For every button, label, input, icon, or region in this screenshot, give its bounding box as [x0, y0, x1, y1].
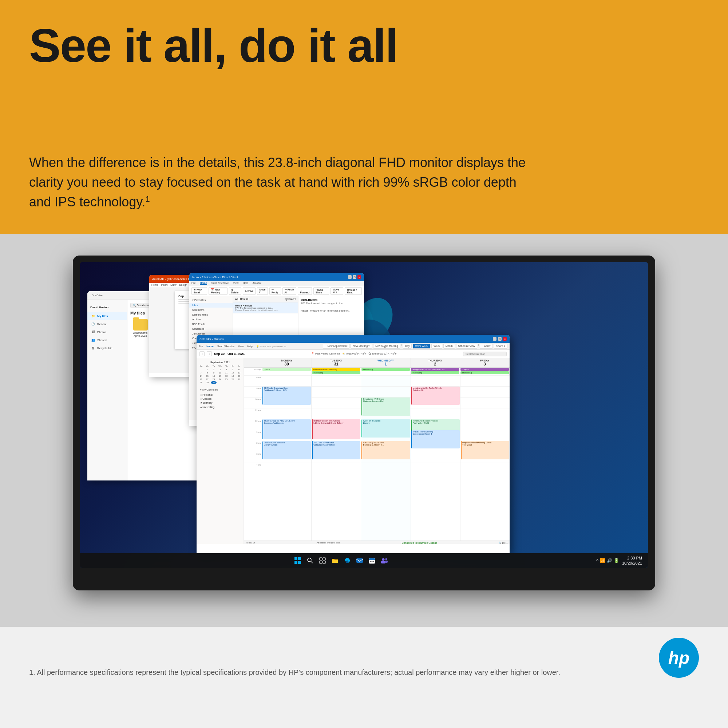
- teams-button[interactable]: [379, 555, 390, 566]
- calendar-button[interactable]: [367, 555, 378, 566]
- outlook-maximize[interactable]: □: [353, 275, 356, 279]
- outlook-close[interactable]: ×: [358, 275, 361, 279]
- cal-thu-header: THURSDAY 2: [411, 358, 460, 367]
- od-file-attachments[interactable]: AttachmentsApr 8, 2018: [130, 319, 150, 338]
- allday-event-interesting-1[interactable]: Interesting: [312, 371, 360, 374]
- event-birthday-lunch[interactable]: Birthday Lunch with AmeliaLibby's Deligh…: [312, 419, 360, 439]
- move-button[interactable]: Move ▾: [257, 287, 268, 295]
- event-3d-model[interactable]: 3D Model Drawings DueBuilding AC, Room 3…: [262, 387, 311, 405]
- event-peer-review[interactable]: Peer Review SessionLibrary Atrium: [262, 441, 311, 459]
- wifi-icon[interactable]: 📶: [600, 558, 605, 563]
- schedule-btn[interactable]: Schedule View: [456, 344, 477, 349]
- allday-mon: Thinps: [262, 368, 312, 375]
- day-btn[interactable]: Day: [403, 344, 412, 349]
- event-meeting-dr-taylor[interactable]: Meeting with Dr. Taylor WyethBuilding 78: [411, 387, 460, 405]
- event-structures[interactable]: Structures XYZ ClassGateway Lecture Hall: [361, 398, 410, 416]
- move-to-button[interactable]: Move to ▾: [330, 287, 343, 295]
- od-nav-shared[interactable]: 👥 Shared: [87, 336, 127, 344]
- event-dept-networking[interactable]: Department Networking EventThe Quad: [461, 441, 509, 459]
- mail-button[interactable]: [354, 555, 365, 566]
- delete-button[interactable]: 🗑 Delete: [229, 287, 241, 295]
- cal-col-tue: Birthday Lunch with AmeliaLibby's Deligh…: [312, 375, 361, 541]
- allday-event-interesting-2[interactable]: Interesting: [361, 368, 410, 371]
- od-nav-photos[interactable]: 🖼 Photos: [87, 328, 127, 336]
- work-week-btn[interactable]: Work Week: [413, 344, 430, 349]
- monitor-stand: [353, 568, 375, 583]
- od-nav-recent[interactable]: 🕐 Recent: [87, 320, 127, 328]
- allday-wed: Interesting: [361, 368, 411, 375]
- new-appt-btn[interactable]: + New Appointment: [323, 344, 349, 349]
- event-arc-report[interactable]: ARC 285 Report DueCalculate Assimilation: [312, 441, 360, 459]
- task-view-button[interactable]: [317, 555, 328, 566]
- cal-search-input[interactable]: [463, 352, 507, 356]
- taskbar-clock[interactable]: 2:30 PM 10/20/2021: [622, 555, 642, 566]
- forward-button[interactable]: → Forward: [298, 287, 312, 295]
- search-taskbar-button[interactable]: [305, 555, 316, 566]
- svg-point-25: [385, 558, 387, 560]
- photos-icon: 🖼: [91, 330, 95, 334]
- cal-next-btn[interactable]: ›: [207, 351, 212, 356]
- taskbar-right: ^ 📶 🔊 🔋 2:30 PM 10/20/2021: [596, 555, 642, 566]
- event-travis-meeting[interactable]: Travis' Team MeetingConference Room 1: [411, 430, 460, 448]
- od-nav-recycle[interactable]: 🗑 Recycle bin: [87, 344, 127, 352]
- archive-nav[interactable]: Archive: [189, 317, 232, 322]
- month-btn[interactable]: Month: [444, 344, 455, 349]
- cal-prev-btn[interactable]: ‹: [199, 351, 205, 356]
- inbox-nav[interactable]: Inbox: [189, 303, 232, 307]
- share-teams-button[interactable]: Teams Share: [314, 287, 329, 295]
- rss-nav[interactable]: RSS Feeds: [189, 322, 232, 327]
- battery-icon[interactable]: 🔋: [614, 558, 619, 563]
- svg-rect-13: [323, 561, 326, 563]
- allday-event-interesting-4[interactable]: Interesting: [460, 371, 509, 374]
- cal-minimize[interactable]: −: [493, 337, 497, 341]
- archive-button[interactable]: Archive: [243, 287, 255, 295]
- cal-maximize[interactable]: □: [498, 337, 502, 341]
- allday-event-interesting-3[interactable]: Interesting: [411, 371, 459, 374]
- edge-button[interactable]: [342, 555, 353, 566]
- desc-section: When the difference is in the details, t…: [0, 153, 728, 234]
- scheduled-nav[interactable]: Scheduled: [189, 327, 232, 331]
- allday-event-design-build[interactable]: Design Build Studio FabFarm, Inc.: [411, 368, 459, 371]
- allday-event-birthday[interactable]: Amelia Whittle's Birthday: [312, 368, 360, 371]
- allday-event-thinps[interactable]: Thinps: [262, 368, 311, 371]
- personal-cal[interactable]: ● Personal: [198, 393, 242, 397]
- cal-mini-month: September 2021 Su Mo Tu We Th Fr Sa: [198, 361, 242, 384]
- cal-header-bar: ‹ › Sep 30 - Oct 3, 2021 📍 Park Valley, …: [197, 350, 509, 358]
- new-meeting-btn[interactable]: New Meeting ▾: [350, 344, 372, 349]
- cal-close[interactable]: ×: [503, 337, 507, 341]
- new-email-button[interactable]: ✉ New Email: [191, 287, 207, 295]
- start-button[interactable]: [292, 555, 303, 566]
- svg-rect-5: [298, 557, 301, 560]
- svg-rect-14: [332, 560, 338, 563]
- week-btn[interactable]: Week: [431, 344, 442, 349]
- add-btn[interactable]: + Add ▾: [480, 344, 493, 349]
- taskbar-time-value: 2:30 PM: [622, 555, 642, 561]
- file-explorer-button[interactable]: [329, 555, 340, 566]
- reply-all-button[interactable]: ↩ Reply All: [283, 287, 297, 295]
- od-nav-myfiles[interactable]: 📁 My files: [87, 312, 127, 320]
- cal-mini-grid: Su Mo Tu We Th Fr Sa 1: [198, 365, 242, 384]
- sent-nav[interactable]: Sent Items: [189, 307, 232, 312]
- deleted-nav[interactable]: Deleted Items: [189, 312, 232, 317]
- share-btn[interactable]: Share ▾: [494, 344, 508, 349]
- cal-sidebar: September 2021 Su Mo Tu We Th Fr Sa: [197, 358, 244, 544]
- event-art-history[interactable]: Art History 102 ExamBuilding D, Room 2.1: [361, 441, 410, 459]
- allday-thu: Design Build Studio FabFarm, Inc. Intere…: [411, 368, 460, 375]
- volume-icon[interactable]: 🔊: [607, 558, 612, 563]
- chevron-up-icon[interactable]: ^: [596, 558, 598, 563]
- event-blueprint[interactable]: Work on BlueprintLibrary: [361, 419, 410, 437]
- interesting-cal[interactable]: ● Interesting: [198, 405, 242, 409]
- birthday-cal[interactable]: ★ Birthday: [198, 401, 242, 405]
- unread-button[interactable]: Unread / Read: [345, 287, 362, 295]
- allday-event-tu9pm[interactable]: TU9pm: [460, 368, 509, 371]
- taskbar-date-value: 10/20/2021: [622, 561, 642, 566]
- cal-mon-header: MONDAY 30: [262, 358, 312, 367]
- classes-cal[interactable]: ● Classes: [198, 397, 242, 401]
- email-item-1[interactable]: Moira Harriott FW: The forecast has chan…: [233, 303, 298, 314]
- reply-button[interactable]: ↩ Reply: [269, 287, 281, 295]
- outlook-minimize[interactable]: −: [348, 275, 352, 279]
- event-study-group[interactable]: Study Group for ARC 201 ExamCascada Audi…: [262, 419, 311, 439]
- new-meeting-button[interactable]: 📅 New Meeting: [209, 287, 227, 295]
- calendar-window[interactable]: Calendar - Outlook − □ × File Home Send …: [197, 335, 509, 553]
- new-skype-btn[interactable]: New Skype Meeting: [373, 344, 400, 349]
